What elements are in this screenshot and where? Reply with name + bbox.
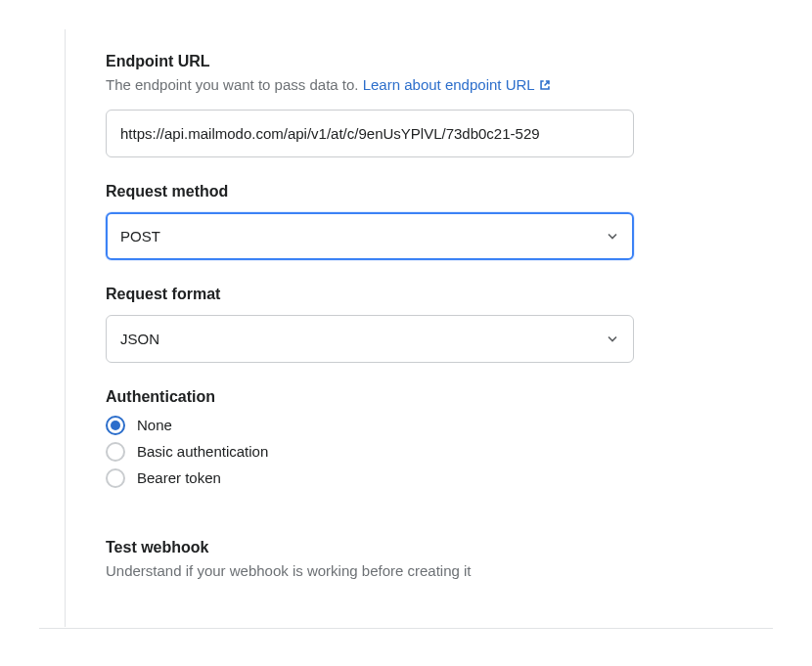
request-format-value: JSON (120, 331, 159, 347)
endpoint-url-heading: Endpoint URL (106, 53, 792, 70)
auth-option-basic[interactable]: Basic authentication (106, 442, 792, 462)
auth-option-bearer[interactable]: Bearer token (106, 468, 792, 488)
webhook-form-panel: Endpoint URL The endpoint you want to pa… (0, 0, 812, 666)
authentication-section: Authentication None Basic authentication… (106, 388, 792, 488)
auth-option-label: Basic authentication (137, 443, 268, 460)
horizontal-divider (39, 628, 773, 629)
request-method-section: Request method POST (106, 183, 792, 260)
test-webhook-section: Test webhook Understand if your webhook … (106, 539, 792, 582)
authentication-heading: Authentication (106, 388, 792, 406)
endpoint-url-learn-link[interactable]: Learn about endpoint URL (363, 76, 534, 93)
request-format-heading: Request format (106, 286, 792, 303)
test-webhook-heading: Test webhook (106, 539, 792, 556)
request-method-select[interactable]: POST (106, 212, 634, 260)
radio-button-icon (106, 468, 125, 488)
endpoint-url-description-text: The endpoint you want to pass data to. (106, 76, 363, 93)
endpoint-url-description: The endpoint you want to pass data to. L… (106, 74, 792, 98)
request-format-section: Request format JSON (106, 286, 792, 363)
auth-option-label: Bearer token (137, 469, 221, 486)
request-method-value: POST (120, 228, 160, 244)
request-method-heading: Request method (106, 183, 792, 200)
request-format-select[interactable]: JSON (106, 315, 634, 363)
test-webhook-description: Understand if your webhook is working be… (106, 560, 792, 582)
auth-option-none[interactable]: None (106, 416, 792, 435)
auth-option-label: None (137, 417, 172, 433)
radio-button-icon (106, 442, 125, 462)
external-link-icon (538, 76, 552, 98)
endpoint-url-section: Endpoint URL The endpoint you want to pa… (106, 53, 792, 157)
vertical-divider (65, 29, 66, 627)
endpoint-url-input[interactable] (106, 110, 634, 157)
chevron-down-icon (606, 229, 619, 243)
authentication-radio-group: None Basic authentication Bearer token (106, 416, 792, 488)
radio-button-icon (106, 416, 125, 435)
chevron-down-icon (606, 332, 619, 345)
